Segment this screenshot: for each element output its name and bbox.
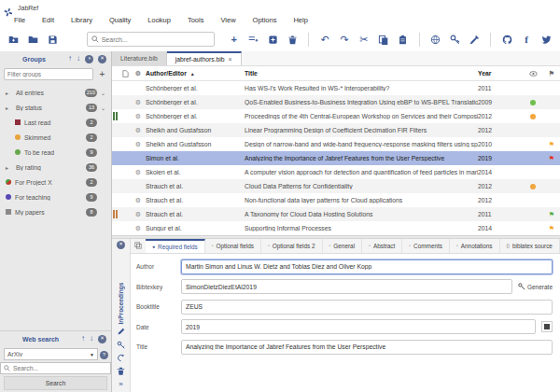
field-input-title[interactable] [181,340,553,355]
refresh-icon[interactable] [116,353,127,363]
new-library-icon[interactable] [7,33,21,46]
editor-tab-comments[interactable]: ▫Comments [402,239,450,253]
expand-sidebar-icon[interactable]: » [116,379,127,389]
open-library-icon[interactable] [27,33,40,46]
close-tab-icon[interactable]: × [229,56,232,63]
delete-entry-side-icon[interactable] [116,366,127,376]
twitter-icon[interactable] [539,33,553,46]
group-item-by-status[interactable]: ▸By status13⌄ [0,100,111,115]
fetcher-select[interactable]: ArXiv ▼ [4,348,98,360]
column-author[interactable]: Author/Editor▲ [146,70,245,77]
calendar-button[interactable] [541,321,553,332]
table-row[interactable]: ⚙Schönberger et al.QoS-Enabled Business-… [112,95,560,109]
editor-tab-annotations[interactable]: ▫Annotations [450,239,500,253]
add-group-button[interactable]: + [97,69,107,79]
menu-quality[interactable]: Quality [101,14,139,26]
field-input-booktitle[interactable] [181,300,553,315]
editor-close-icon[interactable]: ✕ [117,241,125,249]
copy-icon[interactable] [377,33,390,46]
priority-column-icon[interactable]: ⚑ [543,70,560,77]
menu-options[interactable]: Options [245,14,286,26]
editor-tab-abstract[interactable]: ▫Abstract [362,239,402,253]
new-entry-plain-text-icon[interactable] [247,33,260,46]
file-tab-literature-bib[interactable]: Literature.bib [112,51,167,65]
generate-key-side-icon[interactable] [116,340,127,350]
delete-entry-icon[interactable] [286,33,299,46]
redo-icon[interactable]: ↷ [338,33,351,46]
field-input-bibtexkey[interactable] [181,279,512,294]
edit-pen-icon[interactable] [116,327,127,337]
groups-move-up-icon[interactable]: ↑ [68,55,72,63]
menu-view[interactable]: View [212,14,244,26]
groups-intersection-toggle-icon[interactable]: ◑ [85,55,93,63]
save-library-icon[interactable] [47,33,60,46]
groups-column-icon[interactable]: ⚙ [131,70,146,77]
menu-library[interactable]: Library [63,14,101,26]
menu-help[interactable]: Help [285,14,315,26]
readstatus-column-icon[interactable] [523,71,543,77]
editor-tab-optional-fields-2[interactable]: ▫Optional fields 2 [261,239,323,253]
cleanup-icon[interactable] [468,33,481,46]
web-search-input[interactable] [13,365,107,371]
column-title[interactable]: Title [245,70,478,77]
groups-move-down-icon[interactable]: ↓ [77,55,80,63]
new-entry-icon[interactable]: + [228,33,241,46]
editor-tab-general[interactable]: ▫General [323,239,363,253]
chevron-down-icon[interactable]: ⌄ [101,90,107,96]
group-item-by-rating[interactable]: ▸By rating36 [0,160,111,175]
field-input-date[interactable] [181,319,536,334]
table-row[interactable]: ⚙Sheikh and GustafssonDesign of narrow-b… [112,137,560,151]
tags-icon[interactable] [131,239,146,253]
table-row[interactable]: Simon et al.Analyzing the Importance of … [112,151,560,165]
web-search-close-icon[interactable]: ✕ [98,335,106,343]
menu-edit[interactable]: Edit [34,14,63,26]
web-search-box[interactable] [0,362,111,374]
menu-tools[interactable]: Tools [179,14,213,26]
group-item-my-papers[interactable]: My papers8 [0,204,111,219]
group-item-to-be-read[interactable]: To be read9 [0,145,111,160]
paste-icon[interactable] [397,33,410,46]
group-item-last-read[interactable]: Last read2 [0,115,111,130]
group-item-skimmed[interactable]: Skimmed2 [0,130,111,145]
group-item-for-teaching[interactable]: For teaching9 [0,189,111,204]
web-search-button[interactable]: Search [4,376,107,390]
column-year[interactable]: Year [478,70,523,77]
editor-tab-required-fields[interactable]: ●Required fields [146,239,205,253]
web-search-panel: Web search ↑ ↓ ✕ ArXiv ▼ ? Search [0,330,111,392]
file-tab-jabref-authors-bib[interactable]: jabref-authors.bib× [167,51,242,65]
table-row[interactable]: ⚙Strauch et al.A Taxonomy for Cloud Data… [112,207,560,221]
global-search-box[interactable] [87,32,215,47]
undo-icon[interactable]: ↶ [318,33,331,46]
cut-icon[interactable]: ✂ [357,33,371,46]
web-search-move-up-icon[interactable]: ↑ [81,335,85,343]
table-row[interactable]: ⚙Skoien et al.A computer vision approach… [112,165,560,179]
import-entry-icon[interactable] [266,33,279,46]
group-item-all-entries[interactable]: ▸All entries210⌄ [0,85,111,100]
facebook-icon[interactable]: f [520,33,533,46]
web-search-move-down-icon[interactable]: ↓ [90,335,93,343]
global-search-input[interactable] [102,36,210,43]
expander-icon[interactable]: ▸ [6,90,12,96]
table-row[interactable]: Schönberger et al.Has WS-I's Work Result… [112,81,560,95]
table-row[interactable]: ⚙Sungur et al.Supporting Informal Proces… [112,221,560,235]
web-lookup-icon[interactable] [429,33,442,46]
table-row[interactable]: ⚙Sheikh and GustafssonLinear Programming… [112,123,560,137]
github-icon[interactable] [500,33,513,46]
field-input-author[interactable] [181,259,553,274]
chevron-down-icon[interactable]: ⌄ [101,105,107,111]
expander-icon[interactable]: ▸ [6,164,12,171]
key-icon[interactable] [449,33,462,46]
table-row[interactable]: ⚙Schönberger et al.Proceedings of the 4t… [112,109,560,123]
group-item-for-project-x[interactable]: For Project X2 [0,175,111,189]
filter-groups-input[interactable] [4,68,93,80]
table-row[interactable]: Strauch et al.Cloud Data Patterns for Co… [112,179,560,193]
groups-close-icon[interactable]: ✕ [98,55,106,63]
table-row[interactable]: ⚙Strauch et al.Non-functional data layer… [112,193,560,207]
fetcher-help-icon[interactable]: ? [100,351,108,359]
editor-tab-optional-fields[interactable]: ▫Optional fields [205,239,261,253]
menu-lookup[interactable]: Lookup [139,14,179,26]
generate-bibtexkey-button[interactable]: Generate [518,283,553,291]
file-column-icon[interactable] [119,70,131,77]
editor-tab-biblatex-source[interactable]: {}biblatex source [500,239,560,253]
expander-icon[interactable]: ▸ [6,105,12,111]
